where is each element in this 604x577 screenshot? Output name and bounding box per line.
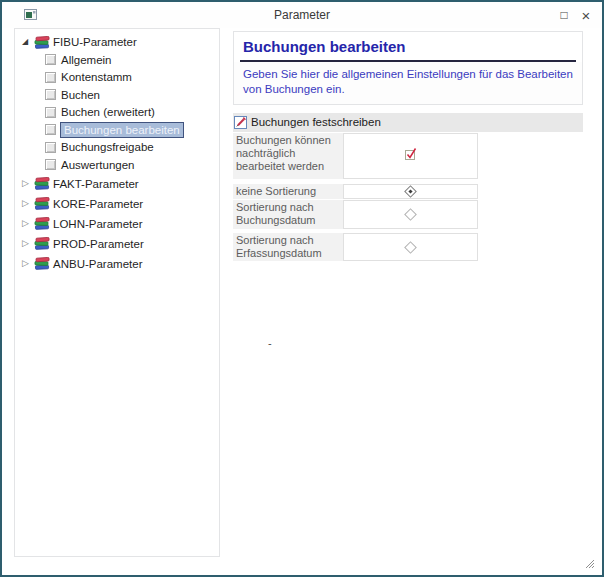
page-description: Geben Sie hier die allgemeinen Einstellu… — [234, 62, 582, 104]
books-icon — [33, 177, 51, 190]
tree-item-allgemein[interactable]: Allgemein — [15, 51, 219, 69]
page-title: Buchungen bearbeiten — [234, 32, 582, 60]
tree-item-label: LOHN-Parameter — [53, 217, 142, 231]
tree-item-prod-parameter[interactable]: ▷ PROD-Parameter — [15, 234, 219, 254]
tree-item-label: Buchen — [61, 88, 100, 102]
radio-sortierung-erfassungsdatum[interactable] — [404, 241, 417, 254]
radio-dot — [408, 189, 412, 193]
titlebar: Parameter □ × — [2, 2, 602, 28]
document-icon — [45, 107, 56, 118]
settings-pane: Buchungen bearbeiten Geben Sie hier die … — [233, 31, 583, 261]
section-buchungen-festschreiben: Buchungen festschreiben — [233, 113, 583, 132]
resize-grip[interactable] — [582, 556, 595, 569]
tree-item-label: FAKT-Parameter — [53, 177, 139, 191]
tree-item-label: Allgemein — [61, 53, 112, 67]
tree-item-label: ANBU-Parameter — [53, 257, 142, 271]
maximize-button[interactable]: □ — [554, 5, 574, 25]
document-icon — [45, 124, 56, 135]
form-row-control-cell — [343, 233, 478, 261]
form-row-control-cell — [343, 184, 478, 199]
books-icon — [33, 36, 51, 49]
tree-item-buchen[interactable]: Buchen — [15, 86, 219, 104]
document-icon — [45, 54, 56, 65]
tree-item-anbu-parameter[interactable]: ▷ ANBU-Parameter — [15, 254, 219, 274]
tree-item-label-selected: Buchungen bearbeiten — [60, 122, 184, 138]
tree-item-label: FIBU-Parameter — [53, 35, 137, 49]
tree-item-label: PROD-Parameter — [53, 237, 144, 251]
document-icon — [45, 159, 56, 170]
tree-item-label: Auswertungen — [61, 158, 135, 172]
tree-item-label: Buchen (erweitert) — [61, 105, 155, 119]
form-row-sortierung-erfassungsdatum: Sortierung nach Erfassungsdatum — [233, 233, 478, 261]
tree-item-kore-parameter[interactable]: ▷ KORE-Parameter — [15, 194, 219, 214]
document-icon — [45, 72, 56, 83]
form-row-label: keine Sortierung — [233, 184, 343, 199]
books-icon — [33, 217, 51, 230]
books-icon — [33, 237, 51, 250]
collapse-arrow-icon[interactable]: ▷ — [22, 219, 33, 228]
page-header: Buchungen bearbeiten Geben Sie hier die … — [233, 31, 583, 105]
collapse-arrow-icon[interactable]: ▷ — [22, 259, 33, 268]
tree-item-label: KORE-Parameter — [53, 197, 143, 211]
settings-form: Buchungen können nachträglich bearbeitet… — [233, 133, 478, 262]
tree-item-label: Buchungsfreigabe — [61, 140, 154, 154]
stray-dash-text: - — [268, 337, 272, 349]
form-row-nachtraeglich-bearbeiten: Buchungen können nachträglich bearbeitet… — [233, 133, 478, 179]
form-row-label: Sortierung nach Buchungsdatum — [233, 200, 343, 229]
tree-item-buchungsfreigabe[interactable]: Buchungsfreigabe — [15, 139, 219, 157]
form-row-sortierung-buchungsdatum: Sortierung nach Buchungsdatum — [233, 200, 478, 229]
edit-pen-icon — [234, 116, 247, 129]
tree-item-label: Kontenstamm — [61, 70, 132, 84]
collapse-arrow-icon[interactable]: ▷ — [22, 239, 33, 248]
radio-keine-sortierung[interactable] — [404, 185, 417, 198]
books-icon — [33, 257, 51, 270]
checkbox-nachtraeglich-bearbeiten[interactable] — [403, 146, 418, 165]
parameter-window: Parameter □ × ◢ FIBU-Parameter Allgemein… — [0, 0, 604, 577]
tree-item-buchungen-bearbeiten[interactable]: Buchungen bearbeiten — [15, 121, 219, 139]
expand-arrow-icon[interactable]: ◢ — [22, 38, 33, 46]
form-row-label: Sortierung nach Erfassungsdatum — [233, 233, 343, 261]
parameter-tree: ◢ FIBU-Parameter Allgemein Kontenstamm B… — [14, 28, 220, 557]
close-button[interactable]: × — [576, 5, 596, 25]
tree-item-lohn-parameter[interactable]: ▷ LOHN-Parameter — [15, 214, 219, 234]
tree-item-auswertungen[interactable]: Auswertungen — [15, 156, 219, 174]
section-label: Buchungen festschreiben — [251, 116, 381, 128]
document-icon — [45, 89, 56, 100]
tree-item-fakt-parameter[interactable]: ▷ FAKT-Parameter — [15, 174, 219, 194]
tree-item-buchen-erweitert[interactable]: Buchen (erweitert) — [15, 104, 219, 122]
books-icon — [33, 197, 51, 210]
tree-item-kontenstamm[interactable]: Kontenstamm — [15, 69, 219, 87]
form-row-label: Buchungen können nachträglich bearbeitet… — [233, 133, 343, 179]
form-row-control-cell — [343, 133, 478, 179]
form-row-keine-sortierung: keine Sortierung — [233, 184, 478, 199]
radio-sortierung-buchungsdatum[interactable] — [404, 208, 417, 221]
collapse-arrow-icon[interactable]: ▷ — [22, 179, 33, 188]
collapse-arrow-icon[interactable]: ▷ — [22, 199, 33, 208]
window-title: Parameter — [2, 8, 602, 22]
document-icon — [45, 142, 56, 153]
form-row-control-cell — [343, 200, 478, 229]
tree-item-fibu-parameter[interactable]: ◢ FIBU-Parameter — [15, 33, 219, 51]
